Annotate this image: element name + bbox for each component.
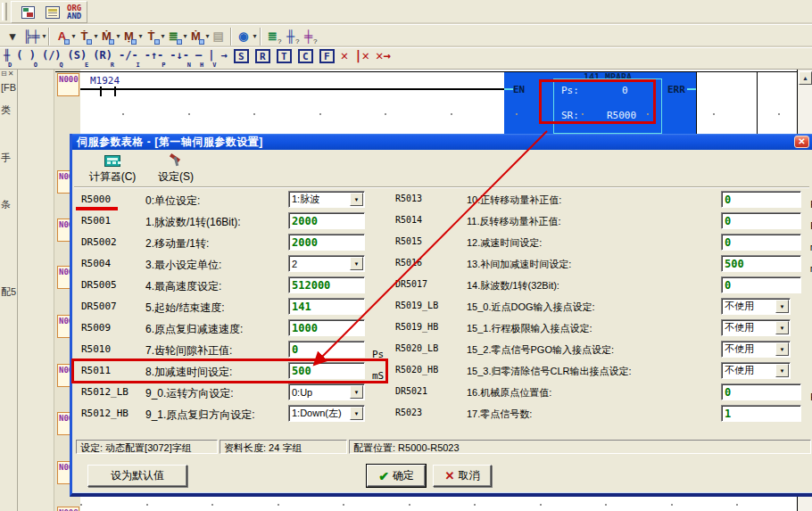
- param-input-dr5017[interactable]: [721, 276, 801, 293]
- io-map-icon[interactable]: [17, 3, 38, 21]
- param-row-dr5002: DR50022.移动量/1转:: [79, 232, 394, 253]
- chevron-down-icon[interactable]: ▼: [775, 300, 789, 313]
- instruction-list-icon[interactable]: ≣: [165, 27, 183, 46]
- edit-instruction-icon[interactable]: A: [53, 27, 70, 46]
- network-label-n000[interactable]: N000: [57, 73, 79, 96]
- reset-coil-icon[interactable]: (R)R: [93, 49, 112, 68]
- cancel-button[interactable]: ✕ 取消: [433, 465, 492, 487]
- data-card-disabled-icon[interactable]: ▤: [210, 27, 228, 46]
- chevron-down-icon[interactable]: ▼: [775, 342, 789, 356]
- vertical-line-icon[interactable]: |V: [208, 49, 214, 68]
- param-select-r5012_hb[interactable]: 1:Down(左)▼: [288, 405, 365, 422]
- menu-settings-label: 设定(S): [151, 169, 201, 185]
- set-default-button[interactable]: 设为默认值: [87, 465, 187, 487]
- out-coil-icon: ( ): [16, 49, 36, 62]
- find-monitor-icon[interactable]: ◉: [235, 27, 253, 46]
- and-contact-icon[interactable]: ╫D: [4, 49, 10, 68]
- panel-close-icon[interactable]: ⊟✕: [1, 70, 14, 78]
- param-control: 不使用▼: [721, 319, 791, 336]
- chevron-down-icon[interactable]: ▾: [253, 32, 257, 40]
- falling-edge-icon[interactable]: -↓-N: [170, 49, 189, 68]
- counter-m-icon[interactable]: Ṃ: [120, 27, 137, 46]
- contact-compare-icon[interactable]: ╪?: [300, 27, 318, 46]
- box-s-icon[interactable]: S: [234, 49, 249, 68]
- counter-my-icon[interactable]: Ṁ: [97, 27, 115, 46]
- sub-letter: H: [200, 62, 203, 69]
- timer-a-icon[interactable]: Ṫ: [143, 27, 161, 46]
- grid-dot: [80, 504, 82, 506]
- menu-settings[interactable]: 设定(S): [151, 152, 201, 185]
- block-compare-icon[interactable]: ≣?: [264, 27, 282, 46]
- chevron-down-icon[interactable]: ▼: [350, 385, 363, 399]
- block-err-pin: ERR: [667, 84, 685, 95]
- sub-letter: V: [212, 62, 216, 69]
- param-register: R5019_LB: [395, 301, 438, 310]
- select-value: 不使用: [722, 321, 754, 334]
- timer-m-icon[interactable]: Ṁ: [187, 27, 205, 46]
- param-label: 14.脉波数/1转(32Bit):: [467, 279, 559, 293]
- menu-calculator[interactable]: 计算器(C): [79, 152, 145, 185]
- not-coil-icon[interactable]: (/)Q: [42, 49, 62, 68]
- contact-label-m1924[interactable]: M1924: [89, 75, 120, 87]
- chevron-down-icon[interactable]: ▼: [775, 321, 789, 334]
- scroll-up-button[interactable]: ▲: [799, 71, 812, 85]
- param-input-r5009[interactable]: [288, 319, 365, 336]
- param-input-r5011[interactable]: [288, 362, 365, 379]
- out-coil-icon[interactable]: ( )O: [16, 49, 36, 68]
- param-select-r5000[interactable]: 1:脉波▼: [288, 191, 365, 208]
- param-input-r5015[interactable]: [721, 234, 801, 251]
- param-input-r5013[interactable]: [721, 191, 801, 208]
- rung-edit-icon[interactable]: ╠╪: [21, 27, 41, 46]
- sub-letter: Q: [59, 62, 62, 69]
- delete-range-icon[interactable]: ✕→: [376, 49, 391, 68]
- chevron-down-icon[interactable]: ▾: [42, 32, 46, 40]
- param-input-dr5021[interactable]: [721, 383, 801, 400]
- dialog-titlebar[interactable]: 伺服参数表格 - [第一轴伺服参数设置]: [72, 134, 812, 150]
- close-icon[interactable]: ✕: [794, 136, 809, 148]
- caret-icon[interactable]: ▾: [4, 27, 21, 46]
- delete-icon[interactable]: ✕: [341, 49, 348, 68]
- param-label: 0:单位设定:: [145, 194, 200, 209]
- param-input-r5001[interactable]: [288, 212, 365, 229]
- box-c-icon[interactable]: C: [298, 49, 313, 68]
- param-select-r5019_hb[interactable]: 不使用▼: [721, 319, 791, 336]
- param-select-r5020_lb[interactable]: 不使用▼: [721, 341, 791, 358]
- network-label-n008[interactable]: N008: [57, 507, 79, 511]
- param-select-r5020_hb[interactable]: 不使用▼: [721, 362, 791, 379]
- data-card-disabled-icon: ▤: [212, 30, 223, 43]
- param-input-dr5005[interactable]: [288, 276, 365, 293]
- ok-button[interactable]: ✔ 确定: [367, 465, 426, 487]
- set-coil-icon[interactable]: (S)E: [68, 49, 87, 68]
- ladder-editor-icon[interactable]: [42, 3, 63, 21]
- param-input-dr5002[interactable]: [288, 234, 365, 251]
- not-contact-icon[interactable]: -/-I: [119, 49, 138, 68]
- chevron-down-icon[interactable]: ▼: [350, 257, 363, 270]
- param-select-r5012_lb[interactable]: 0:Up▼: [288, 383, 365, 400]
- box-r-icon[interactable]: R: [255, 49, 270, 68]
- param-input-r5016[interactable]: [721, 255, 801, 272]
- chevron-down-icon[interactable]: ▼: [775, 364, 789, 377]
- param-select-r5004[interactable]: 2▼: [288, 255, 365, 272]
- horizontal-line-icon[interactable]: —H: [195, 49, 202, 68]
- param-control: [288, 298, 365, 315]
- delete-vline-icon[interactable]: |✕: [354, 49, 369, 68]
- rung-compare-icon[interactable]: ╫?: [282, 27, 300, 46]
- param-input-r5014[interactable]: [721, 212, 801, 229]
- box-f-icon[interactable]: F: [319, 49, 335, 68]
- toolbar-separator: [230, 28, 232, 45]
- param-list-left: R50000:单位设定:1:脉波▼R50011.脉波数/1转(16Bit):DR…: [79, 189, 394, 424]
- chevron-down-icon[interactable]: ▼: [350, 407, 363, 420]
- rising-edge-icon[interactable]: -↑-P: [145, 49, 164, 68]
- arrow-right-icon[interactable]: →: [221, 49, 228, 68]
- param-input-r5023[interactable]: [721, 405, 801, 422]
- param-input-r5010[interactable]: [288, 341, 365, 358]
- grid-column-line: [696, 71, 697, 134]
- box-t-icon[interactable]: T: [277, 49, 292, 68]
- param-select-r5019_lb[interactable]: 不使用▼: [721, 298, 791, 315]
- chevron-down-icon[interactable]: ▼: [350, 193, 363, 206]
- toolbar-grip[interactable]: [2, 3, 7, 21]
- device-badge: [199, 39, 204, 45]
- param-input-dr5007[interactable]: [288, 298, 365, 315]
- function-block-mpara[interactable]: 141 MPARA EN ERR Ps: 0 SR: R5000: [504, 72, 696, 134]
- timer-pulse-icon[interactable]: Ṫ: [75, 27, 93, 46]
